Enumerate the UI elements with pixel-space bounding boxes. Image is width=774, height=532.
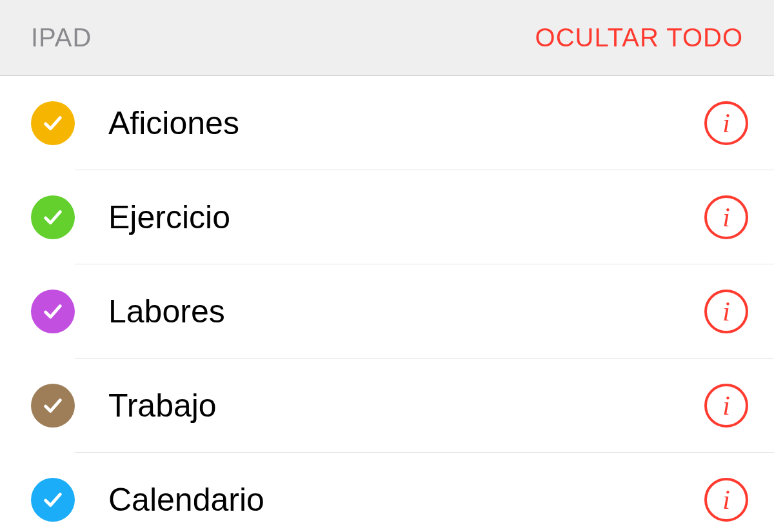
checkmark-icon[interactable] — [31, 384, 75, 428]
row-content: Trabajo i — [75, 359, 774, 453]
calendar-row-labores[interactable]: Labores i — [0, 264, 774, 359]
checkmark-icon[interactable] — [31, 290, 75, 333]
info-letter: i — [722, 298, 730, 325]
checkmark-icon[interactable] — [31, 478, 75, 522]
calendar-label: Calendario — [108, 481, 704, 518]
row-content: Calendario i — [75, 453, 774, 532]
calendar-row-aficiones[interactable]: Aficiones i — [0, 76, 774, 170]
section-header: IPAD OCULTAR TODO — [0, 0, 774, 76]
row-content: Ejercicio i — [75, 170, 774, 264]
info-icon[interactable]: i — [704, 478, 748, 522]
row-content: Labores i — [75, 264, 774, 359]
info-letter: i — [722, 204, 730, 231]
calendar-label: Trabajo — [108, 387, 704, 424]
calendar-row-trabajo[interactable]: Trabajo i — [0, 359, 774, 453]
calendar-list: Aficiones i Ejercicio i Labores i — [0, 76, 774, 532]
calendar-row-calendario[interactable]: Calendario i — [0, 453, 774, 532]
info-letter: i — [722, 110, 730, 137]
calendar-label: Aficiones — [108, 104, 704, 142]
info-letter: i — [722, 486, 730, 513]
info-icon[interactable]: i — [704, 195, 748, 239]
checkmark-icon[interactable] — [31, 101, 75, 145]
hide-all-button[interactable]: OCULTAR TODO — [535, 23, 743, 52]
info-letter: i — [722, 392, 730, 419]
info-icon[interactable]: i — [704, 384, 748, 428]
section-title: IPAD — [31, 23, 92, 52]
calendar-label: Labores — [108, 293, 704, 330]
info-icon[interactable]: i — [704, 101, 748, 145]
checkmark-icon[interactable] — [31, 195, 75, 239]
info-icon[interactable]: i — [704, 290, 748, 333]
calendar-label: Ejercicio — [108, 199, 704, 236]
row-content: Aficiones i — [75, 76, 774, 170]
calendar-row-ejercicio[interactable]: Ejercicio i — [0, 170, 774, 264]
